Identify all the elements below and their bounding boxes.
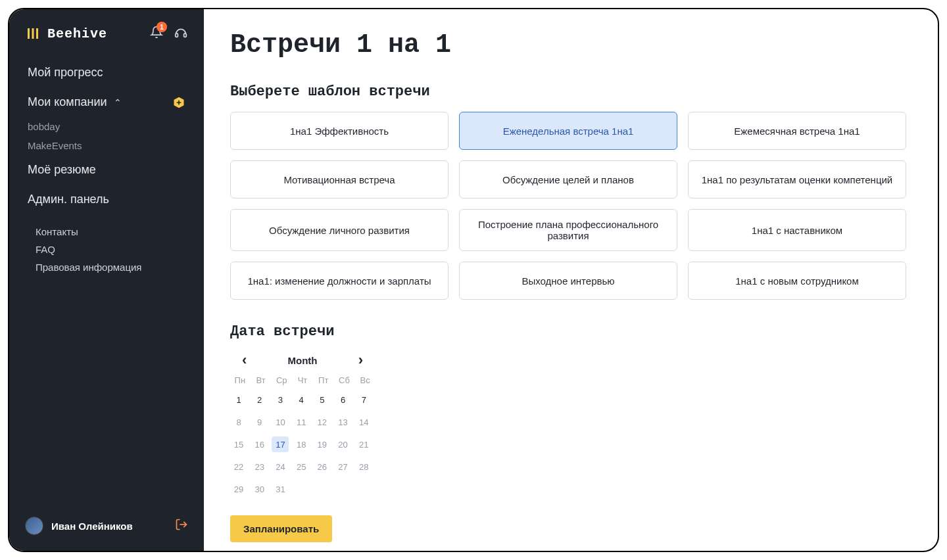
support-icon[interactable] [174,25,188,42]
calendar-day[interactable]: 12 [314,414,331,430]
calendar-dow: Сб [335,375,354,385]
template-card[interactable]: Ежемесячная встреча 1на1 [688,112,906,150]
template-card[interactable]: 1на1 с наставником [688,209,906,251]
template-card[interactable]: 1на1 Эффективность [230,112,449,150]
template-section-title: Выберете шаблон встречи [230,83,906,100]
user-profile[interactable]: Иван Олейников [25,517,133,535]
calendar-day[interactable]: 23 [251,459,268,475]
add-company-button[interactable] [172,96,185,109]
sidebar-header: Beehive 1 [9,25,204,58]
template-card[interactable]: Еженедельная встреча 1на1 [459,112,677,150]
template-card[interactable]: 1на1 по результатам оценки компетенций [688,160,906,198]
calendar-day[interactable]: 19 [314,436,331,452]
footer-faq[interactable]: FAQ [36,244,178,255]
nav-label: Моё резюме [28,163,96,177]
chevron-up-icon: ⌃ [114,97,122,108]
nav-company-item[interactable]: bobday [17,117,196,136]
calendar-day[interactable]: 14 [355,414,372,430]
svg-rect-4 [184,34,187,37]
template-card[interactable]: 1на1 с новым сотрудником [688,262,906,300]
calendar-day[interactable]: 8 [230,414,247,430]
calendar-day[interactable]: 31 [272,481,289,497]
svg-rect-1 [32,28,34,39]
calendar-dow: Вт [251,375,271,385]
logo-icon [25,26,41,41]
calendar-day[interactable]: 20 [335,436,352,452]
calendar-day[interactable]: 6 [335,392,352,408]
nav-label: Мои компании [28,95,107,109]
calendar-dow: Вс [355,375,375,385]
template-card[interactable]: 1на1: изменение должности и зарплаты [230,262,449,300]
nav: Мой прогресс Мои компании ⌃ bobday [9,58,204,506]
calendar-day[interactable]: 26 [314,459,331,475]
nav-progress[interactable]: Мой прогресс [17,58,196,87]
template-card[interactable]: Мотивационная встреча [230,160,449,198]
calendar-day[interactable]: 30 [251,481,268,497]
template-card[interactable]: Выходное интервью [459,262,677,300]
calendar-month-label: Month [288,355,318,366]
calendar-day[interactable]: 18 [293,436,310,452]
sidebar: Beehive 1 [9,9,204,551]
calendar-day[interactable]: 4 [293,392,310,408]
template-card[interactable]: Обсуждение целей и планов [459,160,677,198]
template-grid: 1на1 ЭффективностьЕженедельная встреча 1… [230,112,906,300]
brand-logo[interactable]: Beehive [25,26,107,41]
calendar-day[interactable]: 16 [251,436,268,452]
calendar-dow: Пн [230,375,250,385]
calendar-day[interactable]: 5 [314,392,331,408]
main-content: Встречи 1 на 1 Выберете шаблон встречи 1… [204,9,938,551]
calendar-dow: Ср [272,375,291,385]
calendar-day[interactable]: 2 [251,392,268,408]
footer-contacts[interactable]: Контакты [36,226,178,237]
schedule-button[interactable]: Запланировать [230,515,332,542]
svg-rect-0 [28,28,30,39]
calendar-day[interactable]: 1 [230,392,247,408]
company-label: bobday [28,121,60,132]
notification-badge: 1 [157,22,167,32]
calendar: ‹ Month › ПнВтСрЧтПтСбВс1234567891011121… [230,352,375,497]
footer-legal[interactable]: Правовая информация [36,262,178,273]
calendar-day[interactable]: 27 [335,459,352,475]
calendar-dow: Пт [314,375,333,385]
user-block: Иван Олейников [9,506,204,540]
page-title: Встречи 1 на 1 [230,30,906,60]
calendar-day[interactable]: 3 [272,392,289,408]
calendar-grid: ПнВтСрЧтПтСбВс12345678910111213141516171… [230,375,375,497]
company-label: MakeEvents [28,140,82,151]
nav-company-item[interactable]: MakeEvents [17,136,196,155]
nav-resume[interactable]: Моё резюме [17,155,196,185]
calendar-day[interactable]: 10 [272,414,289,430]
calendar-day[interactable]: 28 [355,459,372,475]
calendar-dow: Чт [293,375,312,385]
calendar-day[interactable]: 13 [335,414,352,430]
calendar-day[interactable]: 7 [355,392,372,408]
calendar-day[interactable]: 24 [272,459,289,475]
calendar-day[interactable]: 11 [293,414,310,430]
user-name: Иван Олейников [51,521,133,532]
calendar-day[interactable]: 9 [251,414,268,430]
calendar-day[interactable]: 21 [355,436,372,452]
svg-rect-3 [176,34,178,37]
template-card[interactable]: Построение плана профессионального разви… [459,209,677,251]
calendar-header: ‹ Month › [230,352,375,375]
calendar-day[interactable]: 22 [230,459,247,475]
notifications-button[interactable]: 1 [150,26,163,41]
brand-name: Beehive [47,26,107,41]
avatar [25,517,43,535]
prev-month-button[interactable]: ‹ [242,352,247,369]
date-section-title: Дата встречи [230,323,906,340]
calendar-day[interactable]: 29 [230,481,247,497]
nav-label: Админ. панель [28,193,109,206]
header-icons: 1 [150,25,188,42]
calendar-day[interactable]: 15 [230,436,247,452]
logout-button[interactable] [175,518,188,534]
calendar-day[interactable]: 17 [272,436,289,452]
template-card[interactable]: Обсуждение личного развития [230,209,449,251]
svg-rect-2 [36,28,38,39]
calendar-day[interactable]: 25 [293,459,310,475]
nav-admin[interactable]: Админ. панель [17,185,196,214]
next-month-button[interactable]: › [358,352,363,369]
nav-label: Мой прогресс [28,66,103,80]
footer-links: Контакты FAQ Правовая информация [17,226,196,273]
nav-companies[interactable]: Мои компании ⌃ [17,87,196,117]
